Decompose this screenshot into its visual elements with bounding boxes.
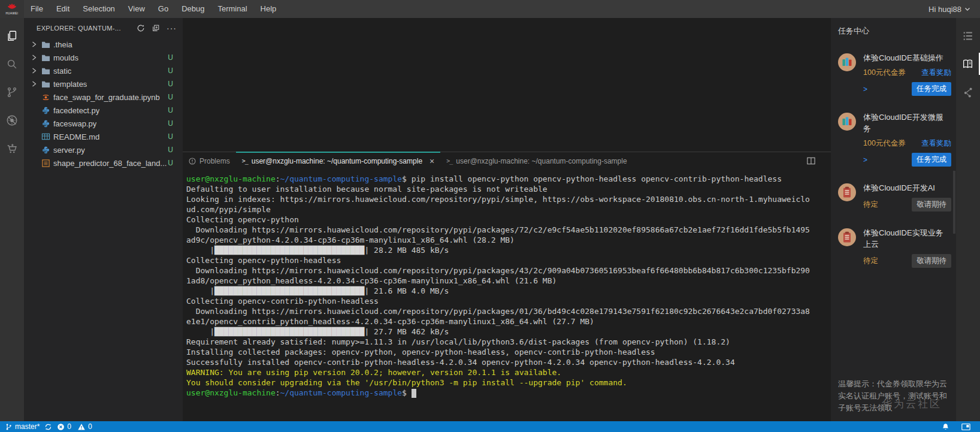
terminal-line: Requirement already satisfied: numpy>=1.… — [186, 337, 831, 347]
terminal-line: Successfully installed opencv-contrib-py… — [186, 357, 831, 367]
tab-label: user@nxzglu-machine: ~/quantum-computing… — [252, 157, 422, 165]
terminal-line: 1ad8/opencv_python_headless-4.2.0.34-cp3… — [186, 276, 831, 286]
menu-item-selection[interactable]: Selection — [76, 0, 121, 18]
tree-item-label: face_swap_for_graduate.ipynb — [53, 93, 160, 102]
watermark: 华为云社区 — [882, 397, 942, 411]
problems-summary[interactable]: 0 0 — [57, 422, 92, 431]
tree-item-moulds[interactable]: mouldsU — [24, 51, 183, 64]
chevron-right-icon — [32, 81, 41, 87]
task-title: 体验CloudIDE基础操作 — [863, 52, 947, 64]
sync-button[interactable] — [44, 423, 52, 431]
task-action-row: >任务完成 — [863, 153, 951, 167]
untracked-badge: U — [168, 67, 173, 75]
terminal-text: : — [276, 174, 280, 183]
user-menu[interactable]: Hi huqi88 — [928, 5, 980, 14]
terminal-line: |████████████████████████████████| 28.2 … — [186, 245, 831, 255]
terminal-text: : — [276, 388, 280, 397]
folder-icon — [41, 53, 50, 62]
tree-item-shape-predictor-68-face-land...[interactable]: shape_predictor_68_face_land...U — [24, 156, 183, 170]
handbook-icon[interactable] — [956, 50, 980, 78]
terminal-text: $ — [402, 388, 412, 397]
terminal-text: ud.com/pypi/simple — [186, 205, 271, 214]
tree-item-label: templates — [53, 80, 87, 89]
share-icon[interactable] — [956, 78, 980, 106]
files-icon[interactable] — [0, 22, 24, 50]
bell-icon[interactable] — [942, 423, 949, 431]
view-reward-link[interactable]: 查看奖励 — [921, 138, 951, 149]
explorer-title: EXPLORER: QUANTUM-... — [37, 25, 137, 32]
tree-item-faceswap.py[interactable]: faceswap.pyU — [24, 117, 183, 130]
terminal-text: 1ad8/opencv_python_headless-4.2.0.34-cp3… — [186, 276, 556, 285]
menu-item-view[interactable]: View — [122, 0, 152, 18]
tree-item-README.md[interactable]: README.mdU — [24, 130, 183, 143]
view-reward-link[interactable]: 查看奖励 — [921, 68, 951, 78]
refresh-icon[interactable] — [137, 24, 145, 32]
folder-icon — [41, 40, 50, 49]
warning-count: 0 — [88, 422, 92, 431]
terminal-cursor — [412, 389, 416, 398]
terminal-line: Downloading https://mirrors.huaweicloud.… — [186, 225, 831, 235]
tree-item-label: .theia — [53, 40, 72, 49]
task-list-icon[interactable] — [956, 22, 980, 50]
terminal-line: Defaulting to user installation because … — [186, 184, 831, 194]
task-complete-button[interactable]: 任务完成 — [912, 82, 951, 96]
terminal-text: You should consider upgrading via the '/… — [186, 378, 627, 387]
terminal-text: | — [186, 246, 214, 255]
bottom-panel: Problems>_user@nxzglu-machine: ~/quantum… — [183, 152, 831, 421]
tree-item-facedetect.py[interactable]: facedetect.pyU — [24, 104, 183, 117]
menu-item-debug[interactable]: Debug — [175, 0, 211, 18]
menu-item-file[interactable]: File — [24, 0, 50, 18]
menu-item-terminal[interactable]: Terminal — [211, 0, 253, 18]
debug-icon[interactable] — [0, 106, 24, 134]
source-control-icon[interactable] — [0, 78, 24, 106]
terminal-text: ~/quantum-computing-sample — [280, 388, 403, 397]
tree-item-server.py[interactable]: server.pyU — [24, 143, 183, 156]
clipboard-icon — [838, 228, 856, 246]
untracked-badge: U — [168, 159, 173, 167]
git-branch-item[interactable]: master* — [5, 422, 40, 431]
panel-scrollbar[interactable] — [953, 171, 955, 234]
close-icon[interactable]: × — [429, 157, 434, 165]
more-actions-icon[interactable]: ··· — [167, 23, 177, 33]
task-card: 体验CloudIDE开发微服务100元代金券查看奖励>任务完成 — [838, 111, 951, 167]
menu-item-edit[interactable]: Edit — [50, 0, 76, 18]
expand-task-chevron[interactable]: > — [863, 85, 867, 93]
explorer-sidebar: EXPLORER: QUANTUM-... ··· .theiamouldsUs… — [24, 18, 183, 421]
task-reward-row: 100元代金券查看奖励 — [863, 138, 951, 149]
huawei-logo-text: HUAWEI — [6, 12, 19, 15]
py-icon — [41, 145, 50, 155]
extensions-icon[interactable] — [0, 134, 24, 162]
task-title: 体验CloudIDE实现业务上云 — [863, 227, 947, 250]
menu-item-help[interactable]: Help — [254, 0, 283, 18]
menu-item-go[interactable]: Go — [152, 0, 175, 18]
tree-item-templates[interactable]: templatesU — [24, 77, 183, 90]
tree-item-.theia[interactable]: .theia — [24, 38, 183, 51]
tree-item-static[interactable]: staticU — [24, 64, 183, 77]
terminal-text: | 28.2 MB 485 kB/s — [364, 246, 449, 255]
terminal-text: ad9c/opencv_python-4.2.0.34-cp36-cp36m-m… — [186, 235, 515, 244]
tree-item-label: README.md — [53, 132, 99, 141]
tree-item-face-swap-for-graduate.ipynb[interactable]: face_swap_for_graduate.ipynbU — [24, 90, 183, 104]
untracked-badge: U — [168, 80, 173, 88]
tree-item-label: facedetect.py — [53, 106, 99, 115]
tab-terminal-1[interactable]: >_user@nxzglu-machine: ~/quantum-computi… — [236, 152, 441, 170]
terminal-text: Defaulting to user installation because … — [186, 185, 548, 194]
tab-problems[interactable]: Problems — [183, 152, 236, 170]
task-reward-row: 100元代金券查看奖励 — [863, 68, 951, 78]
task-complete-button[interactable]: 任务完成 — [912, 153, 951, 167]
split-terminal-icon[interactable] — [807, 152, 815, 170]
terminal-output[interactable]: user@nxzglu-machine:~/quantum-computing-… — [183, 170, 831, 421]
branch-label: master* — [15, 422, 40, 431]
task-reward: 待定 — [863, 256, 878, 266]
editor-empty-area[interactable] — [183, 18, 831, 152]
branch-icon — [5, 423, 13, 431]
terminal-text: user@nxzglu-machine — [186, 174, 276, 183]
tab-terminal-2[interactable]: >_user@nxzglu-machine: ~/quantum-computi… — [440, 152, 633, 170]
expand-task-chevron[interactable]: > — [863, 156, 867, 164]
explorer-header: EXPLORER: QUANTUM-... ··· — [24, 18, 183, 38]
untracked-badge: U — [168, 119, 173, 128]
untracked-badge: U — [168, 132, 173, 141]
search-icon[interactable] — [0, 50, 24, 78]
collapse-all-icon[interactable] — [152, 24, 160, 32]
screen-icon[interactable] — [961, 423, 970, 431]
